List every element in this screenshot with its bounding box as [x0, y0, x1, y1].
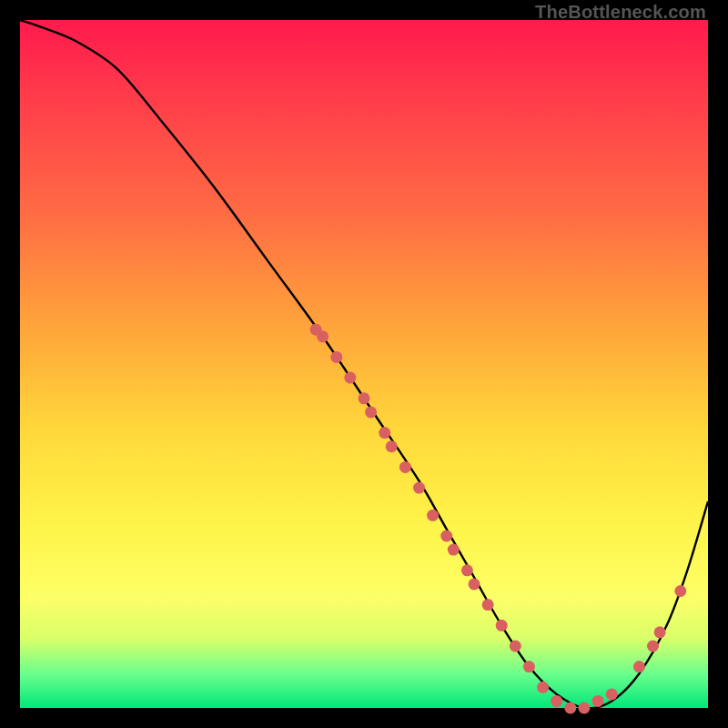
data-marker [427, 510, 439, 521]
data-marker [330, 351, 342, 363]
data-marker [379, 427, 390, 439]
data-marker [578, 703, 590, 714]
data-marker [448, 544, 460, 556]
data-marker [606, 688, 618, 700]
data-marker [523, 661, 535, 672]
data-marker [317, 330, 329, 342]
data-marker [510, 641, 521, 652]
data-marker [359, 392, 370, 404]
data-marker [344, 372, 356, 384]
data-marker [440, 531, 452, 542]
data-marker [647, 641, 659, 652]
data-marker [654, 626, 666, 638]
marker-layer [310, 324, 687, 714]
bottleneck-chart [20, 20, 708, 708]
data-marker [386, 440, 398, 452]
data-marker [496, 620, 508, 632]
bottleneck-curve [20, 20, 708, 708]
data-marker [564, 703, 576, 714]
data-marker [482, 599, 494, 611]
data-marker [365, 406, 377, 418]
data-marker [592, 695, 604, 707]
data-marker [413, 482, 425, 494]
data-marker [469, 578, 480, 590]
data-marker [537, 682, 549, 693]
data-marker [633, 661, 645, 672]
data-marker [461, 564, 473, 576]
data-marker [674, 585, 686, 597]
data-marker [551, 695, 562, 707]
data-marker [399, 461, 411, 473]
